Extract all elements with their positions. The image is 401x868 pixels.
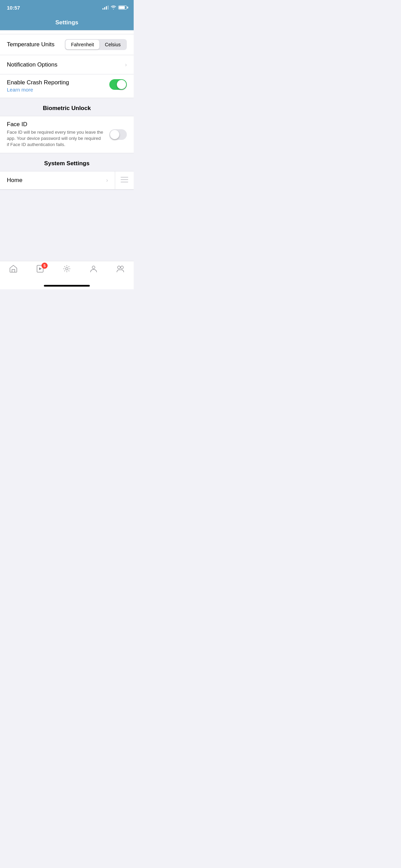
biometric-section-title: Biometric Unlock [43,105,91,111]
home-bottom-divider [0,190,134,190]
notification-options-right: › [125,62,127,68]
status-bar: 10:57 [0,0,134,15]
notification-options-label: Notification Options [7,61,57,68]
svg-point-5 [66,268,68,270]
wifi-icon [111,5,116,10]
signal-icon [102,5,109,10]
tab-support[interactable] [116,264,125,274]
settings-tab-icon [62,264,72,274]
home-tab-icon [9,264,18,274]
home-row-main[interactable]: Home › [0,171,115,189]
battery-icon [118,5,127,10]
svg-point-6 [92,266,95,269]
tab-settings[interactable] [62,264,72,274]
home-chevron-icon: › [106,177,108,183]
system-settings-section-header: System Settings [0,153,134,171]
face-id-toggle-knob [110,130,119,139]
svg-rect-2 [121,182,128,182]
support-tab-icon [116,264,125,274]
chevron-right-icon: › [125,62,127,68]
system-settings-section-title: System Settings [44,160,89,167]
crash-reporting-row: Enable Crash Reporting Learn more [0,74,134,98]
activity-badge: 5 [41,263,48,269]
face-id-title: Face ID [7,121,104,128]
face-id-row: Face ID Face ID will be required every t… [0,116,134,153]
home-row-label: Home [7,177,22,184]
tab-account[interactable] [89,264,98,274]
notification-options-row[interactable]: Notification Options › [0,55,134,74]
nav-bar: Settings [0,15,134,30]
home-row[interactable]: Home › [0,171,134,190]
temperature-units-row: Temperature Units Fahrenheit Celsius [0,34,134,55]
status-time: 10:57 [7,5,20,11]
home-row-drag-handle[interactable] [115,171,134,189]
svg-rect-1 [121,179,128,180]
account-tab-icon [89,264,98,274]
crash-reporting-left: Enable Crash Reporting Learn more [7,79,109,93]
face-id-toggle[interactable] [109,129,127,140]
svg-point-8 [121,266,123,269]
face-id-description: Face ID will be required every time you … [7,129,104,148]
fahrenheit-segment[interactable]: Fahrenheit [65,40,99,49]
svg-point-7 [118,266,120,269]
crash-reporting-toggle[interactable] [109,79,127,90]
temperature-units-label: Temperature Units [7,41,54,48]
main-content: Temperature Units Fahrenheit Celsius Not… [0,30,134,261]
learn-more-link[interactable]: Learn more [7,87,33,93]
home-indicator [44,285,90,287]
svg-marker-4 [39,267,42,270]
celsius-segment[interactable]: Celsius [99,40,126,49]
tab-home[interactable] [9,264,18,274]
page-title: Settings [55,19,78,26]
biometric-section-header: Biometric Unlock [0,98,134,116]
svg-rect-0 [121,177,128,178]
drag-handle-icon [121,177,128,182]
temperature-units-control[interactable]: Fahrenheit Celsius [65,39,127,50]
status-icons [102,5,127,10]
tab-activity[interactable]: 5 [35,264,45,275]
crash-reporting-label: Enable Crash Reporting [7,79,109,86]
toggle-knob [117,80,126,89]
face-id-left: Face ID Face ID will be required every t… [7,121,109,148]
